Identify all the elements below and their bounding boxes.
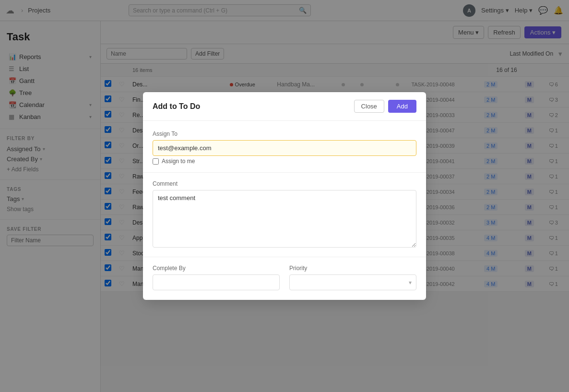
priority-col: Priority Low Medium High ▾ [289, 265, 416, 290]
assign-to-me-row: Assign to me [153, 158, 416, 165]
modal-header: Add to To Do Close Add [143, 92, 426, 121]
priority-label: Priority [289, 265, 416, 272]
modal-divider-1 [143, 172, 426, 173]
complete-by-col: Complete By [153, 265, 280, 290]
modal: Add to To Do Close Add Assign To Assign … [143, 92, 426, 300]
complete-by-label: Complete By [153, 265, 280, 272]
bottom-form-row: Complete By Priority Low Medium High ▾ [153, 265, 416, 290]
priority-select[interactable]: Low Medium High [289, 274, 416, 290]
complete-by-input[interactable] [153, 274, 280, 290]
assign-to-input[interactable] [153, 140, 416, 156]
assign-to-label: Assign To [153, 131, 416, 137]
modal-body: Assign To Assign to me Comment test comm… [143, 121, 426, 300]
close-button[interactable]: Close [354, 100, 384, 113]
add-button[interactable]: Add [388, 100, 416, 113]
assign-to-group: Assign To Assign to me [153, 131, 416, 165]
comment-label: Comment [153, 180, 416, 187]
modal-overlay[interactable]: Add to To Do Close Add Assign To Assign … [0, 0, 569, 392]
assign-to-me-checkbox[interactable] [153, 158, 159, 165]
comment-group: Comment test comment [153, 180, 416, 249]
modal-divider-2 [143, 257, 426, 257]
assign-to-me-label: Assign to me [162, 158, 195, 165]
modal-title: Add to To Do [153, 102, 200, 111]
priority-select-wrapper: Low Medium High ▾ [289, 274, 416, 290]
comment-textarea[interactable]: test comment [153, 190, 416, 248]
